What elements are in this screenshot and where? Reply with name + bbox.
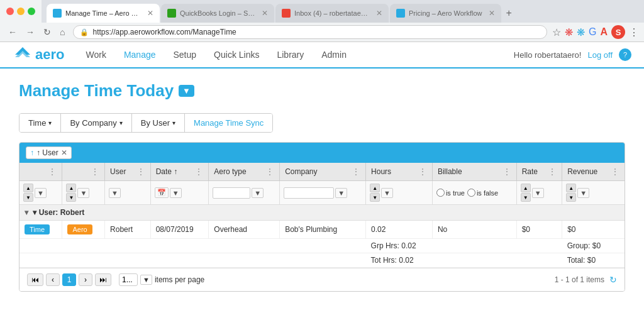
next-page-button[interactable]: › <box>79 273 92 286</box>
nav-quick-links[interactable]: Quick Links <box>205 46 268 63</box>
nav-controls: ← → ↻ ⌂ <box>5 25 68 39</box>
tab-quickbooks[interactable]: QuickBooks Login – Sign in to... ✕ <box>161 4 274 23</box>
header-right: Hello robertataero! Log off ? <box>514 48 631 61</box>
filter-tab-by-company[interactable]: By Company ▾ <box>61 114 131 132</box>
sort-up-revenue[interactable]: ▲ <box>566 184 576 192</box>
per-page-input[interactable] <box>119 273 138 286</box>
col-menu-2[interactable]: ⋮ <box>91 167 99 177</box>
tab-close-1[interactable]: ✕ <box>147 9 153 18</box>
filter-btn-hours[interactable]: ▼ <box>381 188 393 198</box>
first-page-button[interactable]: ⏮ <box>27 273 43 286</box>
filter-btn-revenue[interactable]: ▼ <box>577 188 589 198</box>
col-menu-user[interactable]: ⋮ <box>136 167 145 177</box>
logoff-button[interactable]: Log off <box>587 50 613 60</box>
filter-btn-company[interactable]: ▼ <box>335 188 347 198</box>
items-per-page-label: items per page <box>155 275 204 284</box>
nav-manage[interactable]: Manage <box>115 46 165 63</box>
nav-library[interactable]: Library <box>268 46 313 63</box>
home-button[interactable]: ⌂ <box>57 25 68 39</box>
col-header-billable: Billable ⋮ <box>432 163 516 181</box>
address-row: ← → ↻ ⌂ 🔒 https://app.aeroworkflow.com/M… <box>0 23 644 41</box>
col-menu-billable[interactable]: ⋮ <box>502 167 511 177</box>
tab-title-4: Pricing – Aero Workflow <box>409 9 482 17</box>
tab-title-2: QuickBooks Login – Sign in to... <box>180 9 255 17</box>
new-tab-button[interactable]: + <box>502 8 516 19</box>
help-button[interactable]: ? <box>619 48 631 61</box>
bookmark-button[interactable]: ☆ <box>552 26 561 38</box>
tab-close-4[interactable]: ✕ <box>489 9 495 18</box>
last-page-button[interactable]: ⏭ <box>95 273 111 286</box>
refresh-button[interactable]: ↻ <box>609 275 617 285</box>
tab-close-2[interactable]: ✕ <box>262 9 268 18</box>
filter-btn-user[interactable]: ▼ <box>109 188 121 198</box>
sort-up-rate[interactable]: ▲ <box>521 184 531 192</box>
max-btn[interactable] <box>28 8 35 15</box>
col-menu-aero-type[interactable]: ⋮ <box>265 167 274 177</box>
filter-tab-by-user[interactable]: By User ▾ <box>132 114 185 132</box>
filter-input-aero-type[interactable] <box>213 187 250 199</box>
filter-btn-aero-type[interactable]: ▼ <box>252 188 264 198</box>
nav-admin[interactable]: Admin <box>313 46 355 63</box>
current-page-button[interactable]: 1 <box>62 273 76 286</box>
filter-btn-2[interactable]: ▼ <box>77 188 89 198</box>
tab-gmail[interactable]: Inbox (4) – robertataero@gmai... ✕ <box>275 4 389 23</box>
tab-pricing[interactable]: Pricing – Aero Workflow ✕ <box>390 4 501 23</box>
col-menu-rate[interactable]: ⋮ <box>548 167 557 177</box>
sort-up-1[interactable]: ▲ <box>23 184 33 192</box>
grp-hrs-cell: Grp Hrs: 0.02 <box>366 239 433 253</box>
account-button[interactable]: S <box>611 25 625 39</box>
forward-button[interactable]: → <box>23 25 38 39</box>
col-menu-1[interactable]: ⋮ <box>48 167 57 177</box>
billable-true-radio[interactable] <box>436 189 445 197</box>
min-btn[interactable] <box>17 8 25 15</box>
tab-close-3[interactable]: ✕ <box>376 9 382 18</box>
filter-btn-1[interactable]: ▼ <box>35 188 47 198</box>
extension-4[interactable]: A <box>600 26 608 38</box>
active-filter-user[interactable]: ↑ ↑ User ✕ <box>26 146 72 159</box>
tab-manage-time[interactable]: Manage Time – Aero Workflow... ✕ <box>47 4 160 23</box>
sort-down-rate[interactable]: ▼ <box>521 193 531 202</box>
sort-up-hours[interactable]: ▲ <box>370 184 380 192</box>
filter-cell-1: ▲ ▼ ▼ <box>19 181 62 205</box>
col-menu-date[interactable]: ⋮ <box>194 167 203 177</box>
extension-3[interactable]: G <box>589 26 596 38</box>
time-tag-button[interactable]: Time <box>25 224 50 234</box>
subtotal-billable-1 <box>432 239 516 253</box>
filter-tab-company-arrow: ▾ <box>119 119 123 126</box>
sort-down-hours[interactable]: ▼ <box>370 193 380 202</box>
prev-page-button[interactable]: ‹ <box>46 273 60 286</box>
group-expand-icon[interactable]: ▾ <box>25 208 28 217</box>
filter-input-company[interactable] <box>284 187 334 199</box>
aero-tag-button[interactable]: Aero <box>67 224 92 234</box>
reload-button[interactable]: ↻ <box>40 25 54 39</box>
main-content: Manage Time Today ▼ Time ▾ By Company ▾ … <box>0 69 644 304</box>
col-menu-company[interactable]: ⋮ <box>352 167 360 177</box>
nav-work[interactable]: Work <box>77 46 114 63</box>
filter-cell-company: ▼ <box>280 181 366 205</box>
billable-false-radio[interactable] <box>467 189 475 197</box>
menu-button[interactable]: ⋮ <box>629 26 639 38</box>
per-page-dropdown-icon[interactable]: ▼ <box>140 275 152 285</box>
filter-tab-sync[interactable]: Manage Time Sync <box>185 114 272 132</box>
sort-up-2[interactable]: ▲ <box>66 184 76 192</box>
filter-tab-time[interactable]: Time ▾ <box>19 114 61 132</box>
filter-cell-2: ▲ ▼ ▼ <box>62 181 105 205</box>
address-bar[interactable]: 🔒 https://app.aeroworkflow.com/ManageTim… <box>73 25 547 39</box>
title-dropdown-button[interactable]: ▼ <box>179 85 194 97</box>
filter-btn-rate[interactable]: ▼ <box>532 188 544 198</box>
col-menu-revenue[interactable]: ⋮ <box>611 167 619 177</box>
nav-setup[interactable]: Setup <box>165 46 206 63</box>
col-header-date: Date ↑ ⋮ <box>150 163 209 181</box>
calendar-btn-date[interactable]: 📅 <box>155 187 169 198</box>
extension-1[interactable]: ❋ <box>565 26 573 38</box>
back-button[interactable]: ← <box>5 25 20 39</box>
sort-down-1[interactable]: ▼ <box>23 193 33 202</box>
filter-tag-remove[interactable]: ✕ <box>61 148 67 157</box>
col-menu-hours[interactable]: ⋮ <box>418 167 427 177</box>
cell-tag-time: Time <box>19 221 62 239</box>
filter-btn-date[interactable]: ▼ <box>170 188 182 198</box>
close-btn[interactable] <box>6 8 14 15</box>
sort-down-revenue[interactable]: ▼ <box>566 193 576 202</box>
sort-down-2[interactable]: ▼ <box>66 193 76 202</box>
extension-2[interactable]: ❋ <box>577 26 585 38</box>
